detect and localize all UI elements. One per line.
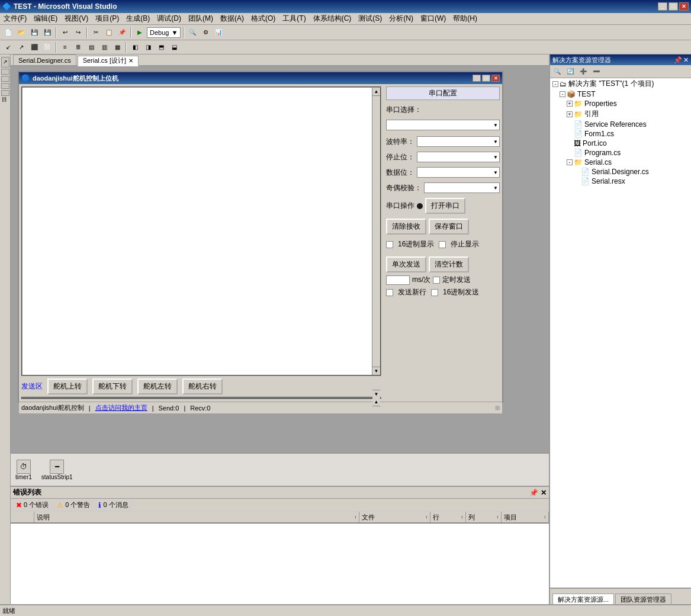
open-serial-btn[interactable]: 打开串口 (425, 198, 465, 214)
menu-help[interactable]: 帮助(H) (449, 12, 481, 25)
sim-homepage[interactable]: 点击访问我的主页 (95, 403, 147, 412)
toolbox-item4[interactable]: 目 (1, 90, 9, 96)
scroll-up-btn[interactable]: ▲ (372, 88, 380, 96)
toolbox-item2[interactable]: 载 (1, 76, 9, 82)
warning-count-badge[interactable]: ⚠ 0 个警告 (54, 499, 93, 511)
menu-format[interactable]: 格式(O) (248, 12, 279, 25)
save-window-btn[interactable]: 保存窗口 (429, 219, 469, 235)
serial-expand[interactable]: - (567, 159, 573, 165)
se-refresh-btn[interactable]: 🔄 (564, 66, 576, 78)
hex-send-checkbox[interactable] (431, 289, 438, 296)
properties-expand[interactable]: + (567, 101, 573, 107)
send-scroll-down[interactable]: ▼ (372, 390, 380, 398)
menu-edit[interactable]: 编辑(E) (30, 12, 61, 25)
tb2-align4[interactable]: ⬓ (168, 41, 180, 53)
stop-display-checkbox[interactable] (439, 241, 446, 248)
btn-servo-right[interactable]: 舵机右转 (182, 378, 223, 394)
maximize-button[interactable]: □ (668, 2, 678, 11)
tb2-btn5[interactable]: ≡ (59, 41, 71, 53)
hex-display-checkbox[interactable] (386, 241, 393, 248)
error-count-badge[interactable]: ✖ 0 个错误 (13, 499, 52, 511)
baud-select[interactable]: ▼ (417, 136, 500, 147)
tb2-btn3[interactable]: ⬛ (28, 41, 40, 53)
info-count-badge[interactable]: ℹ 0 个消息 (95, 499, 131, 511)
tb2-btn8[interactable]: ▥ (98, 41, 110, 53)
menu-team[interactable]: 团队(M) (185, 12, 217, 25)
port-select[interactable]: ▼ (386, 120, 500, 130)
save-btn[interactable]: 💾 (28, 27, 40, 38)
panel-titlebar-close[interactable]: ✕ (683, 56, 689, 64)
paste-btn[interactable]: 📌 (116, 27, 128, 38)
error-col-desc[interactable]: 说明 ↑ (34, 512, 359, 522)
menu-window[interactable]: 窗口(W) (417, 12, 449, 25)
error-col-col[interactable]: 列 ↑ (466, 512, 502, 522)
error-col-file[interactable]: 文件 ↑ (359, 512, 430, 522)
close-button[interactable]: ✕ (679, 2, 689, 11)
misc-btn2[interactable]: ⚙ (200, 27, 211, 38)
toolbox-item3[interactable]: 项 (1, 83, 9, 89)
new-btn[interactable]: 📄 (2, 27, 14, 38)
tb2-btn1[interactable]: ↙ (2, 41, 14, 53)
tree-form1[interactable]: 📄 Form1.cs (550, 129, 691, 139)
tb2-btn4[interactable]: ⬜ (41, 41, 53, 53)
menu-analyze[interactable]: 分析(N) (385, 12, 417, 25)
project-expand[interactable]: - (560, 91, 565, 97)
clear-recv-btn[interactable]: 清除接收 (386, 219, 426, 235)
tab-solution-explorer[interactable]: 解决方案资源源... (552, 593, 614, 604)
menu-test[interactable]: 测试(S) (355, 12, 385, 25)
debug-mode-dropdown[interactable]: Debug ▼ (147, 27, 181, 38)
ms-input[interactable] (386, 275, 410, 285)
tree-serial[interactable]: - 📁 Serial.cs (550, 158, 691, 167)
undo-btn[interactable]: ↩ (59, 27, 71, 38)
statusstrip1-component[interactable]: ━ statusStrip1 (41, 460, 73, 480)
scrollbar-v[interactable]: ▲ ▼ (372, 88, 380, 375)
send-text-area[interactable]: ▲ ▼ (21, 397, 381, 399)
toolbox-pointer[interactable]: ↖ (1, 57, 9, 68)
timer1-component[interactable]: ⏱ timer1 (15, 460, 32, 480)
sim-min-btn[interactable]: _ (473, 75, 481, 82)
tb2-btn9[interactable]: ▦ (111, 41, 123, 53)
btn-servo-left[interactable]: 舵机左转 (137, 378, 178, 394)
single-send-btn[interactable]: 单次发送 (386, 256, 426, 272)
tab-serial-designer[interactable]: Serial.Designer.cs (13, 54, 76, 65)
menu-project[interactable]: 项目(P) (92, 12, 123, 25)
tb2-align1[interactable]: ◧ (129, 41, 141, 53)
error-col-num[interactable] (11, 512, 34, 522)
scroll-down-btn[interactable]: ▼ (372, 367, 380, 375)
menu-build[interactable]: 生成(B) (123, 12, 153, 25)
error-col-line[interactable]: 行 ↑ (430, 512, 466, 522)
btn-servo-down[interactable]: 舵机下转 (92, 378, 133, 394)
menu-debug[interactable]: 调试(D) (153, 12, 185, 25)
cut-btn[interactable]: ✂ (90, 27, 102, 38)
run-btn[interactable]: ▶ (134, 27, 146, 38)
panel-pin-btn[interactable]: 📌 (529, 489, 538, 497)
se-collapse-btn[interactable]: ➖ (590, 66, 602, 78)
tree-properties[interactable]: + 📁 Properties (550, 99, 691, 108)
tree-references[interactable]: + 📁 引用 (550, 108, 691, 120)
menu-tools[interactable]: 工具(T) (279, 12, 309, 25)
btn-servo-up[interactable]: 舵机上转 (47, 378, 88, 394)
send-scroll-up[interactable]: ▲ (372, 398, 380, 406)
tb2-btn7[interactable]: ▤ (85, 41, 97, 53)
sim-max-btn[interactable]: □ (482, 75, 490, 82)
tab-close-icon[interactable]: ✕ (128, 57, 133, 64)
tree-serial-designer[interactable]: 📄 Serial.Designer.cs (550, 167, 691, 177)
open-btn[interactable]: 📂 (15, 27, 27, 38)
tree-service-refs[interactable]: 📄 Service References (550, 120, 691, 129)
se-expand-btn[interactable]: ➕ (577, 66, 589, 78)
menu-view[interactable]: 视图(V) (61, 12, 92, 25)
solution-expand[interactable]: - (552, 81, 558, 87)
tab-serial-design[interactable]: Serial.cs [设计] ✕ (78, 56, 139, 66)
timed-send-checkbox[interactable] (433, 277, 440, 284)
error-col-project[interactable]: 项目 ↑ (502, 512, 549, 522)
parity-select[interactable]: ▼ (424, 182, 500, 193)
tab-team-explorer[interactable]: 团队资源管理器 (615, 593, 671, 604)
redo-btn[interactable]: ↪ (72, 27, 84, 38)
tree-project[interactable]: - 📦 TEST (550, 89, 691, 99)
save-all-btn[interactable]: 💾 (41, 27, 53, 38)
panel-titlebar-pin[interactable]: 📌 (674, 56, 682, 64)
menu-arch[interactable]: 体系结构(C) (310, 12, 355, 25)
tree-port-ico[interactable]: 🖼 Port.ico (550, 139, 691, 148)
data-select[interactable]: ▼ (417, 167, 500, 178)
tb2-btn2[interactable]: ↗ (15, 41, 27, 53)
